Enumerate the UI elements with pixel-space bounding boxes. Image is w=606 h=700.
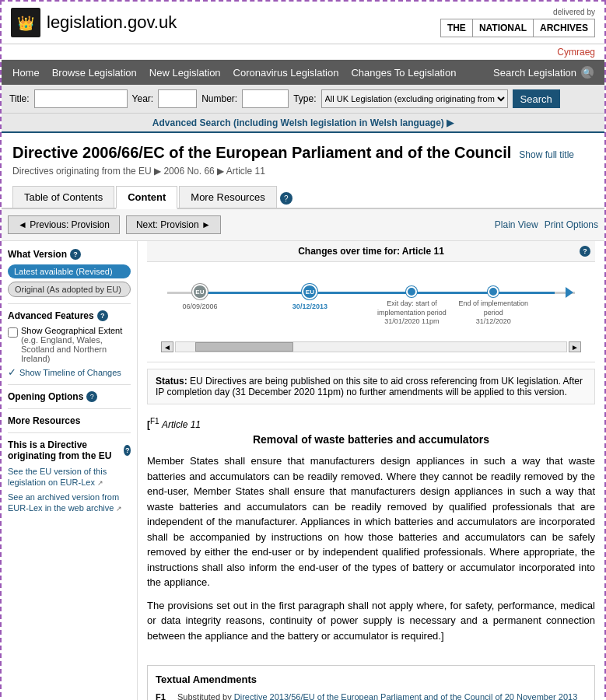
external-link-icon-2: ↗ bbox=[116, 505, 122, 513]
sidebar-divider-2 bbox=[8, 384, 131, 385]
timeline-end-arrow bbox=[566, 287, 573, 298]
page-title-row: Directive 2006/66/EC of the European Par… bbox=[12, 142, 594, 163]
status-box: Status: EU Directives are being publishe… bbox=[147, 369, 595, 404]
external-link-icon-1: ↗ bbox=[97, 479, 103, 487]
scroll-right-btn[interactable]: ► bbox=[569, 341, 581, 352]
page-title: Directive 2006/66/EC of the European Par… bbox=[12, 142, 511, 163]
amendments-title: Textual Amendments bbox=[156, 674, 587, 685]
number-input[interactable] bbox=[242, 89, 289, 108]
nav-bar: Home Browse Legislation New Legislation … bbox=[2, 60, 604, 85]
timeline-dot-4[interactable] bbox=[488, 286, 499, 297]
timeline-label-3: Exit day: start ofimplementation period3… bbox=[377, 299, 447, 327]
advanced-features-section: Advanced Features ? Show Geographical Ex… bbox=[8, 310, 131, 378]
cymraeg-bar: Cymraeg bbox=[2, 44, 604, 60]
year-input[interactable] bbox=[158, 89, 197, 108]
status-label: Status: bbox=[156, 376, 187, 387]
tab-content[interactable]: Content bbox=[116, 186, 177, 209]
geo-extent-checkbox[interactable] bbox=[8, 327, 18, 338]
advanced-features-title: Advanced Features bbox=[8, 310, 94, 321]
year-label: Year: bbox=[132, 93, 154, 104]
search-label: Search Legislation bbox=[493, 67, 576, 79]
type-select[interactable]: All UK Legislation (excluding originatin… bbox=[321, 89, 508, 108]
search-bar: Title: Year: Number: Type: All UK Legisl… bbox=[2, 85, 604, 114]
na-archives: ARCHIVES bbox=[534, 19, 594, 37]
scroll-thumb[interactable] bbox=[195, 342, 293, 352]
show-timeline-link[interactable]: ✓ Show Timeline of Changes bbox=[8, 366, 131, 378]
eu-lex-link[interactable]: See the EU version of this legislation o… bbox=[8, 466, 131, 488]
provision-nav: ◄ Previous: Provision Next: Provision ► … bbox=[2, 209, 604, 241]
nav-browse[interactable]: Browse Legislation bbox=[46, 61, 143, 85]
nav-search[interactable]: Search Legislation 🔍 bbox=[487, 60, 600, 85]
directive-links: See the EU version of this legislation o… bbox=[8, 466, 131, 514]
tabs-help-icon[interactable]: ? bbox=[280, 192, 292, 205]
title-label: Title: bbox=[9, 93, 30, 104]
directive-help-icon[interactable]: ? bbox=[124, 445, 131, 456]
nav-coronavirus[interactable]: Coronavirus Legislation bbox=[227, 61, 345, 85]
what-version-help-icon[interactable]: ? bbox=[70, 249, 81, 260]
content-area: Changes over time for: Article 11 ? EU 0… bbox=[138, 241, 604, 700]
article-ref: Article 11 bbox=[162, 419, 201, 430]
checkmark-icon: ✓ bbox=[8, 366, 16, 378]
print-options-link[interactable]: Print Options bbox=[545, 219, 598, 230]
nav-new[interactable]: New Legislation bbox=[143, 61, 227, 85]
eu-lex-label: See the EU version of this legislation o… bbox=[8, 467, 107, 487]
timeline-container: EU 06/09/2006 EU 30/12/2013 Exit day: st… bbox=[147, 262, 595, 362]
advanced-search-link[interactable]: Advanced Search (including Welsh legisla… bbox=[152, 117, 454, 128]
logo-text[interactable]: legislation.gov.uk bbox=[47, 12, 177, 33]
search-button[interactable]: Search bbox=[513, 89, 560, 108]
what-version-title: What Version bbox=[8, 249, 67, 260]
opening-options-help-icon[interactable]: ? bbox=[86, 391, 97, 402]
amendment-row-1: F1 Substituted by Directive 2013/56/EU o… bbox=[156, 691, 587, 700]
show-timeline-label: Show Timeline of Changes bbox=[19, 368, 121, 377]
opening-options-section: Opening Options ? bbox=[8, 391, 131, 402]
archived-link[interactable]: See an archived version from EUR-Lex in … bbox=[8, 492, 131, 514]
amendments-box: Textual Amendments F1 Substituted by Dir… bbox=[147, 665, 595, 700]
na-national: NATIONAL bbox=[473, 19, 534, 37]
crown-icon: 👑 bbox=[11, 8, 40, 37]
changes-help-icon[interactable]: ? bbox=[580, 246, 590, 257]
timeline-line-blue bbox=[200, 292, 555, 294]
previous-provision-btn[interactable]: ◄ Previous: Provision bbox=[8, 215, 120, 234]
delivered-by-area: delivered by THE NATIONAL ARCHIVES bbox=[440, 8, 595, 37]
footnote-sup: F1 bbox=[150, 417, 159, 425]
timeline-dot-1[interactable]: EU bbox=[192, 284, 208, 299]
timeline-dot-2[interactable]: EU bbox=[302, 284, 317, 299]
sidebar-divider-4 bbox=[8, 432, 131, 433]
next-provision-btn[interactable]: Next: Provision ► bbox=[126, 215, 221, 234]
show-full-title-link[interactable]: Show full title bbox=[519, 149, 574, 160]
timeline-scrollbar: ◄ ► bbox=[159, 338, 583, 355]
amendment-link-1[interactable]: Directive 2013/56/EU of the European Par… bbox=[177, 692, 586, 700]
delivered-by-label: delivered by bbox=[440, 8, 595, 16]
original-version-btn[interactable]: Original (As adopted by EU) bbox=[8, 282, 131, 297]
nav-home[interactable]: Home bbox=[6, 61, 46, 85]
nav-changes[interactable]: Changes To Legislation bbox=[345, 61, 462, 85]
more-resources-section: More Resources bbox=[8, 415, 131, 426]
plain-view-link[interactable]: Plain View bbox=[495, 219, 538, 230]
tab-more-resources[interactable]: More Resources bbox=[179, 186, 276, 208]
amendment-ref-1: F1 bbox=[156, 691, 171, 700]
advanced-features-help-icon[interactable]: ? bbox=[97, 310, 108, 321]
opening-options-label: Opening Options bbox=[8, 391, 83, 402]
title-input[interactable] bbox=[34, 89, 128, 108]
scroll-left-btn[interactable]: ◄ bbox=[161, 341, 173, 352]
type-label: Type: bbox=[293, 93, 316, 104]
cymraeg-link[interactable]: Cymraeg bbox=[557, 47, 595, 58]
na-the: THE bbox=[441, 19, 473, 37]
geo-extent-label: Show Geographical Extent bbox=[21, 326, 131, 335]
latest-version-btn[interactable]: Latest available (Revised) bbox=[8, 264, 131, 278]
archived-label: See an archived version from EUR-Lex in … bbox=[8, 492, 119, 513]
timeline-label-2: 30/12/2013 bbox=[292, 303, 328, 310]
tab-toc[interactable]: Table of Contents bbox=[12, 186, 114, 208]
tabs-row: Table of Contents Content More Resources… bbox=[2, 184, 604, 209]
directive-section: This is a Directive originating from the… bbox=[8, 439, 131, 514]
amendment-text-1: Substituted by Directive 2013/56/EU of t… bbox=[177, 691, 587, 700]
timeline-dot-3[interactable] bbox=[406, 286, 417, 297]
timeline-label-4: End of implementationperiod31/12/2020 bbox=[458, 299, 528, 327]
timeline-label-1: 06/09/2006 bbox=[182, 303, 217, 310]
what-version-section: What Version ? Latest available (Revised… bbox=[8, 249, 131, 297]
svg-text:👑: 👑 bbox=[17, 15, 35, 32]
scroll-track bbox=[175, 341, 567, 352]
sidebar-divider-3 bbox=[8, 408, 131, 409]
breadcrumb: Directives originating from the EU ▶ 200… bbox=[12, 166, 594, 177]
search-icon: 🔍 bbox=[581, 66, 594, 79]
